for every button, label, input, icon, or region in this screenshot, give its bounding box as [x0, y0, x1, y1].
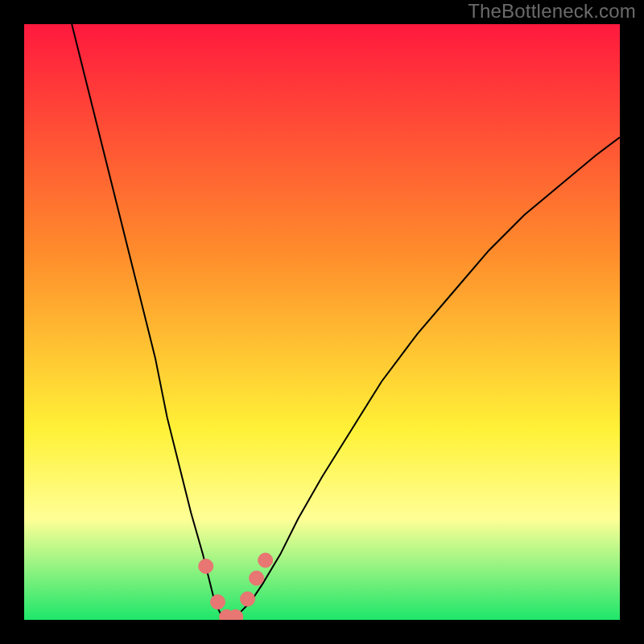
data-marker-3	[229, 609, 243, 620]
bottleneck-chart	[24, 24, 620, 620]
data-marker-1	[211, 595, 225, 609]
data-marker-4	[241, 592, 255, 606]
outer-frame: TheBottleneck.com	[0, 0, 644, 644]
plot-area	[24, 24, 620, 620]
watermark-text: TheBottleneck.com	[468, 0, 636, 23]
data-marker-5	[250, 571, 264, 585]
data-marker-6	[258, 553, 273, 568]
data-marker-0	[199, 559, 213, 573]
gradient-background	[24, 24, 620, 620]
